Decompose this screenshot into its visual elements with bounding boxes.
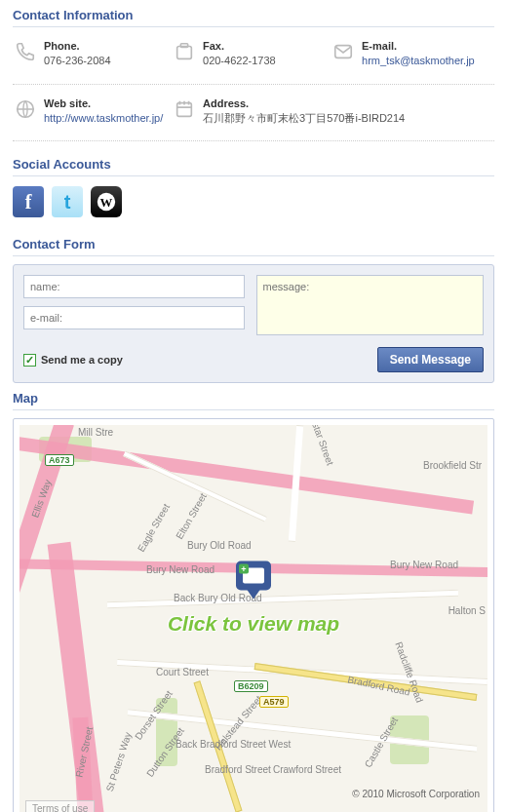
form-title: Contact Form: [13, 237, 494, 256]
road-label: Brookfield Str: [423, 460, 482, 471]
email-input[interactable]: [23, 306, 245, 329]
email-icon: [331, 39, 356, 64]
fax-icon: [172, 39, 197, 64]
social-title: Social Accounts: [13, 157, 494, 176]
contact-grid: Phone. 076-236-2084 Fax. 020-4622-1738 E…: [13, 35, 494, 84]
send-copy-label: Send me a copy: [41, 354, 123, 366]
road-label: Crawford Street: [273, 764, 341, 775]
divider: [13, 84, 494, 85]
social-section: Social Accounts f t W: [0, 149, 507, 229]
facebook-icon[interactable]: f: [13, 186, 44, 217]
road-shield: A579: [259, 696, 289, 708]
fax-item: Fax. 020-4622-1738: [172, 35, 331, 78]
road-label: Bradford Street: [205, 764, 271, 775]
svg-rect-1: [180, 44, 187, 48]
address-item: Address. 石川郡野々市町末松3丁目570番i-BIRD214: [172, 93, 489, 135]
send-copy-checkbox[interactable]: ✓ Send me a copy: [23, 354, 123, 367]
email-label: E-mail.: [362, 39, 475, 54]
road-label: Elton Street: [174, 491, 209, 541]
road-shield: B6209: [234, 680, 268, 692]
phone-value: 076-236-2084: [44, 54, 111, 68]
email-value[interactable]: hrm_tsk@taskmother.jp: [362, 54, 475, 68]
twitter-icon[interactable]: t: [52, 186, 83, 217]
fax-label: Fax.: [203, 39, 276, 54]
address-icon: [172, 97, 197, 122]
road-label: Mill Stre: [78, 427, 113, 438]
web-item: Web site. http://www.taskmother.jp/: [13, 93, 172, 135]
send-message-button[interactable]: Send Message: [377, 347, 484, 372]
form-section: Contact Form ✓ Send me a copy Send Messa…: [0, 229, 507, 383]
map-terms-link[interactable]: Terms of use: [25, 800, 95, 812]
web-value[interactable]: http://www.taskmother.jp/: [44, 111, 163, 126]
road-label: Court Street: [156, 667, 209, 677]
web-label: Web site.: [44, 97, 163, 111]
svg-rect-0: [177, 47, 192, 59]
wordpress-icon[interactable]: W: [91, 186, 122, 217]
map-title: Map: [13, 391, 494, 410]
social-row: f t W: [13, 184, 494, 229]
form-container: ✓ Send me a copy Send Message: [13, 264, 494, 383]
phone-item: Phone. 076-236-2084: [13, 35, 172, 78]
map-copyright: © 2010 Microsoft Corporation: [352, 789, 480, 799]
checkbox-checked-icon: ✓: [23, 354, 36, 367]
road-label: Kostar Street: [306, 425, 335, 467]
contact-grid-2: Web site. http://www.taskmother.jp/ Addr…: [13, 93, 494, 141]
phone-label: Phone.: [44, 39, 111, 54]
road: [107, 590, 458, 609]
map-pin-icon: +: [236, 561, 271, 599]
road-label: Back Bradford Street West: [176, 739, 291, 750]
svg-rect-4: [177, 102, 192, 116]
map[interactable]: Mill Stre Kostar Street Brookfield Str E…: [20, 425, 488, 812]
address-value: 石川郡野々市町末松3丁目570番i-BIRD214: [203, 111, 405, 126]
road-label: Eagle Street: [136, 502, 172, 554]
divider: [13, 140, 494, 141]
road-label: St Peters Way: [104, 731, 134, 793]
name-input[interactable]: [23, 275, 245, 298]
contact-info-title: Contact Information: [13, 8, 494, 27]
click-to-view-text: Click to view map: [168, 612, 339, 636]
address-label: Address.: [203, 97, 405, 111]
phone-icon: [13, 39, 38, 64]
road-label: Bury New Road: [146, 564, 214, 575]
road-label: Halton S: [448, 605, 486, 616]
road-shield: A673: [45, 454, 74, 466]
road-label: Bury Old Road: [187, 540, 252, 551]
map-container: Mill Stre Kostar Street Brookfield Str E…: [13, 418, 494, 812]
message-textarea[interactable]: [256, 275, 484, 335]
road-label: Bury New Road: [390, 560, 458, 570]
contact-information-section: Contact Information Phone. 076-236-2084 …: [0, 0, 507, 141]
globe-icon: [13, 97, 38, 122]
fax-value: 020-4622-1738: [203, 54, 276, 68]
svg-text:W: W: [100, 196, 113, 210]
map-section: Map Mill Stre Kostar Street Brookf: [0, 383, 507, 812]
email-item: E-mail. hrm_tsk@taskmother.jp: [331, 35, 489, 78]
